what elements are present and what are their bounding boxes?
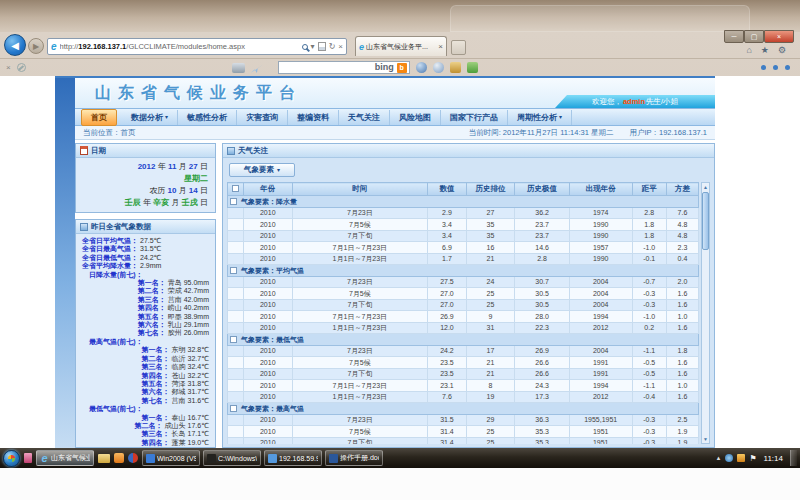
toolbar-overflow-icons[interactable]: [761, 65, 794, 70]
search-icon[interactable]: [302, 44, 308, 50]
table-cell: 2010: [244, 311, 293, 323]
scroll-down-icon[interactable]: ▼: [703, 436, 708, 442]
taskbar-window-3[interactable]: C:\Windows\s...: [203, 450, 261, 466]
toolbar-close-icon[interactable]: ×: [6, 63, 11, 72]
explorer-icon[interactable]: [98, 454, 110, 463]
toolbar-icon-2[interactable]: [433, 62, 444, 73]
back-button[interactable]: ◀: [4, 34, 26, 56]
toolbar-icon-3[interactable]: [450, 62, 461, 73]
group-checkbox[interactable]: [230, 405, 237, 412]
nav-item-6[interactable]: 天气关注: [339, 110, 390, 125]
element-filter-button[interactable]: 气象要素 ▾: [229, 163, 295, 177]
table-row[interactable]: 20107月1日～7月23日6.91614.61957-1.02.3: [228, 242, 699, 254]
table-row[interactable]: 20101月1日～7月23日7.61917.32012-0.41.6: [228, 391, 699, 403]
toolbar-icon-1[interactable]: [416, 62, 427, 73]
table-row[interactable]: 20107月下旬23.52126.61991-0.51.6: [228, 368, 699, 380]
select-all-checkbox[interactable]: [232, 185, 239, 192]
table-row[interactable]: 20107月5候23.52126.61991-0.51.6: [228, 357, 699, 369]
table-row[interactable]: 20107月下旬31.42535.31951-0.31.9: [228, 437, 699, 444]
tray-expand-icon[interactable]: ▲: [715, 454, 721, 462]
new-tab-button[interactable]: [451, 40, 466, 55]
table-row[interactable]: 20107月23日27.52430.72004-0.72.0: [228, 276, 699, 288]
group-checkbox[interactable]: [230, 336, 237, 343]
bing-icon[interactable]: b: [397, 63, 407, 73]
nav-item-4[interactable]: 灾害查询: [237, 110, 288, 125]
url-text[interactable]: http://192.168.137.1/GLCCLIMATE/modules/…: [60, 42, 299, 51]
search-dropdown-icon[interactable]: ▾: [311, 43, 315, 51]
stat-value: 31.5℃: [140, 245, 162, 252]
row-checkbox-cell: [228, 288, 244, 300]
nav-item-5[interactable]: 整编资料: [288, 110, 339, 125]
table-row[interactable]: 20107月下旬3.43523.719901.84.8: [228, 230, 699, 242]
favorites-icon[interactable]: ★: [761, 45, 769, 55]
table-group-row[interactable]: 气象要素：平均气温: [228, 265, 699, 277]
tools-icon[interactable]: ⚙: [778, 45, 786, 55]
table-cell: 30.5: [515, 299, 570, 311]
group-checkbox[interactable]: [230, 267, 237, 274]
table-row[interactable]: 20107月23日31.52936.31955,1951-0.32.5: [228, 414, 699, 426]
refresh-icon[interactable]: ↻: [329, 43, 336, 51]
column-header[interactable]: 年份: [244, 183, 293, 196]
browser-tab[interactable]: e 山东省气候业务平... ×: [355, 36, 447, 56]
table-row[interactable]: 20107月23日2.92736.219742.87.6: [228, 207, 699, 219]
table-group-row[interactable]: 气象要素：最高气温: [228, 403, 699, 415]
scrollbar-thumb[interactable]: [702, 192, 709, 250]
forward-button[interactable]: ▶: [28, 38, 44, 54]
show-desktop-button[interactable]: [790, 450, 797, 466]
tab-close-icon[interactable]: ×: [438, 42, 443, 51]
taskbar-window-5[interactable]: 操作手册.docx ...: [325, 450, 383, 466]
nav-item-9[interactable]: 周期性分析▾: [508, 110, 572, 125]
welcome-banner: 欢迎您，admin先生/小姐: [555, 95, 715, 108]
scroll-up-icon[interactable]: ▲: [703, 184, 708, 190]
send-icon[interactable]: [251, 62, 264, 73]
compatibility-view-icon[interactable]: [318, 42, 326, 51]
table-group-row[interactable]: 气象要素：降水量: [228, 196, 699, 208]
table-row[interactable]: 20107月5候3.43523.719901.84.8: [228, 219, 699, 231]
nav-item-3[interactable]: 敏感性分析: [178, 110, 237, 125]
nav-item-1[interactable]: 首页: [81, 109, 117, 126]
table-row[interactable]: 20101月1日～7月23日1.7212.81990-0.10.4: [228, 253, 699, 265]
nav-item-8[interactable]: 国家下行产品: [441, 110, 508, 125]
tray-app-icon[interactable]: [725, 454, 733, 462]
taskbar-window-2[interactable]: Win2008 (VS2...: [142, 450, 200, 466]
table-row[interactable]: 20107月1日～7月23日26.9928.01994-1.01.0: [228, 311, 699, 323]
table-row[interactable]: 20101月1日～7月23日12.03122.320120.21.6: [228, 322, 699, 334]
row-checkbox-cell: [228, 253, 244, 265]
action-center-flag-icon[interactable]: ⚑: [749, 454, 756, 463]
home-icon[interactable]: ⌂: [746, 45, 751, 55]
table-row[interactable]: 20107月1日～7月23日23.1824.31994-1.11.0: [228, 380, 699, 392]
table-row[interactable]: 20107月5候31.42535.31951-0.31.9: [228, 426, 699, 438]
pinned-icon-2[interactable]: [114, 453, 124, 463]
table-row[interactable]: 20107月23日24.21726.92004-1.11.8: [228, 345, 699, 357]
group-checkbox[interactable]: [230, 198, 237, 205]
stop-icon[interactable]: ×: [338, 43, 343, 51]
table-cell: 1.6: [666, 368, 698, 380]
vertical-scrollbar[interactable]: ▲ ▼: [701, 182, 710, 444]
table-group-row[interactable]: 气象要素：最低气温: [228, 334, 699, 346]
column-header[interactable]: 数值: [428, 183, 467, 196]
nav-item-2[interactable]: 数据分析▾: [122, 110, 178, 125]
security-icon[interactable]: [737, 454, 745, 462]
pinned-icon-1[interactable]: [24, 453, 32, 463]
table-cell: 21: [466, 253, 515, 265]
start-button[interactable]: [3, 450, 20, 467]
taskbar-window-4[interactable]: 192.168.59.99...: [264, 450, 322, 466]
minimize-button[interactable]: ─: [724, 30, 744, 43]
column-header[interactable]: 历史排位: [466, 183, 515, 196]
maximize-button[interactable]: ▢: [744, 30, 764, 43]
bing-search-box[interactable]: bing b: [278, 61, 410, 74]
column-header[interactable]: 距平: [632, 183, 666, 196]
column-header[interactable]: 方差: [666, 183, 698, 196]
column-header[interactable]: 时间: [292, 183, 428, 196]
column-header[interactable]: 出现年份: [569, 183, 632, 196]
table-row[interactable]: 20107月5候27.02530.52004-0.31.6: [228, 288, 699, 300]
column-header[interactable]: 历史极值: [515, 183, 570, 196]
taskbar-window-1[interactable]: e山东省气候业...: [36, 450, 94, 466]
nav-item-7[interactable]: 风险地图: [390, 110, 441, 125]
camera-icon[interactable]: [232, 63, 245, 73]
pinned-icon-3[interactable]: [128, 453, 138, 463]
table-row[interactable]: 20107月下旬27.02530.52004-0.31.6: [228, 299, 699, 311]
close-button[interactable]: ×: [764, 30, 794, 43]
toolbar-icon-4[interactable]: [467, 62, 478, 73]
address-bar[interactable]: e http://192.168.137.1/GLCCLIMATE/module…: [47, 38, 347, 55]
